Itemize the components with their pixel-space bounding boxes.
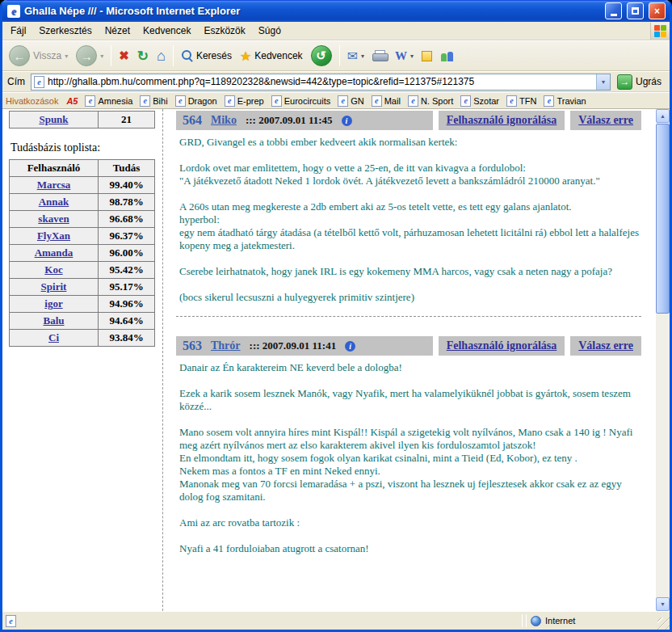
discuss-button[interactable] xyxy=(418,49,435,63)
refresh-button[interactable]: ↻ xyxy=(134,46,152,66)
post-author-link[interactable]: Miko xyxy=(211,114,237,127)
ie-page-icon xyxy=(140,95,150,107)
vertical-scrollbar[interactable]: ▲ ▼ xyxy=(656,109,670,611)
table-row: Annak98.78% xyxy=(10,194,155,211)
sidebar-user-link[interactable]: Marcsa xyxy=(37,179,71,191)
status-divider xyxy=(522,614,523,627)
sidebar-user-link[interactable]: skaven xyxy=(38,213,69,225)
sidebar-user-link[interactable]: Balu xyxy=(43,314,64,327)
status-divider xyxy=(526,614,527,627)
minimize-button[interactable] xyxy=(605,2,622,19)
address-dropdown-button[interactable]: ▼ xyxy=(596,74,610,90)
maximize-button[interactable] xyxy=(627,2,644,19)
maximize-icon xyxy=(632,7,639,15)
messenger-button[interactable] xyxy=(437,48,457,63)
info-icon[interactable] xyxy=(345,341,355,352)
search-button[interactable]: Keresés xyxy=(178,48,235,64)
post-header: 564 Miko ::: 2007.09.01 11:45 Felhasznál… xyxy=(176,111,641,130)
forum-thread: 564 Miko ::: 2007.09.01 11:45 Felhasznál… xyxy=(163,109,656,611)
table-row: Spirit95.17% xyxy=(10,279,155,296)
link-item[interactable]: Travian xyxy=(541,95,588,107)
scroll-down-button[interactable]: ▼ xyxy=(656,597,670,611)
menu-tools[interactable]: Eszközök xyxy=(197,23,251,39)
sidebar-user-link[interactable]: igor xyxy=(44,297,62,310)
link-item[interactable]: GN xyxy=(335,95,367,107)
go-button[interactable]: → Ugrás xyxy=(615,74,666,91)
menu-favorites[interactable]: Kedvencek xyxy=(136,23,197,39)
scroll-up-button[interactable]: ▲ xyxy=(656,109,670,123)
menu-help[interactable]: Súgó xyxy=(252,23,288,39)
link-item[interactable]: Szotar xyxy=(458,95,502,107)
post-body: Danair az Én karaktereim NE keverd bele … xyxy=(176,356,641,555)
post-datetime: ::: 2007.09.01 11:45 xyxy=(246,114,333,127)
link-item[interactable]: Mail xyxy=(369,95,403,107)
link-item[interactable]: TFN xyxy=(504,95,539,107)
post-author-link[interactable]: Thrór xyxy=(211,339,241,352)
home-button[interactable]: ⌂ xyxy=(153,46,169,66)
table-row: Ci93.84% xyxy=(10,330,155,347)
ie-page-icon xyxy=(408,95,418,107)
sidebar-user-link[interactable]: Spirit xyxy=(41,280,67,293)
post-number: 563 xyxy=(183,339,202,353)
resize-grip[interactable] xyxy=(657,617,670,630)
knowledge-value: 98.78% xyxy=(109,196,143,208)
forward-dropdown-icon: ▾ xyxy=(100,53,103,60)
close-button[interactable]: × xyxy=(649,2,666,19)
scrollbar-track[interactable] xyxy=(656,123,670,597)
window-title: Ghalla Népe /// - Microsoft Internet Exp… xyxy=(24,5,600,17)
post-header: 563 Thrór ::: 2007.09.01 11:41 Felhaszná… xyxy=(176,336,641,356)
arrow-up-icon: ▲ xyxy=(660,113,666,119)
ie-page-icon xyxy=(225,95,235,107)
messenger-icon xyxy=(440,50,454,61)
address-input[interactable]: http://ghalla.pbm.hu/comment.php?q=11892… xyxy=(31,74,611,91)
menu-edit[interactable]: Szerkesztés xyxy=(32,23,98,39)
ignore-user-link[interactable]: Felhasználó ignorálása xyxy=(439,111,565,130)
link-item[interactable]: E-prep xyxy=(222,95,267,107)
knowledge-value: 95.17% xyxy=(109,280,143,293)
history-button[interactable]: ↺ xyxy=(308,44,335,68)
reply-link[interactable]: Válasz erre xyxy=(570,111,641,130)
link-item[interactable]: Eurocircuits xyxy=(269,95,333,107)
ie-page-icon xyxy=(85,95,95,107)
edit-button[interactable]: W ▾ xyxy=(392,48,417,65)
link-item[interactable]: Amnesia xyxy=(82,95,135,107)
ie-page-icon xyxy=(271,95,282,107)
spunk-value: 21 xyxy=(121,113,132,125)
chevron-down-icon: ▼ xyxy=(601,79,607,85)
forward-button[interactable]: → ▾ xyxy=(73,44,107,68)
security-zone-pane: Internet xyxy=(528,614,657,628)
table-row: skaven96.68% xyxy=(10,211,155,228)
knowledge-value: 95.42% xyxy=(109,263,143,276)
sidebar-user-link[interactable]: Annak xyxy=(39,196,69,208)
title-bar[interactable]: e Ghalla Népe /// - Microsoft Internet E… xyxy=(2,0,670,22)
link-item-a5[interactable]: A5 xyxy=(64,95,80,107)
reply-link[interactable]: Válasz erre xyxy=(570,336,641,356)
menu-file[interactable]: Fájl xyxy=(4,23,32,39)
link-item[interactable]: Dragon xyxy=(173,95,220,107)
menu-view[interactable]: Nézet xyxy=(99,23,136,39)
go-arrow-icon: → xyxy=(617,74,632,90)
table-row: Balu94.64% xyxy=(10,313,155,330)
toplist-table: Felhasználó Tudás Marcsa99.40% Annak98.7… xyxy=(9,159,155,347)
stop-button[interactable]: ✖ xyxy=(116,47,132,65)
ignore-user-link[interactable]: Felhasználó ignorálása xyxy=(439,336,565,356)
ie-page-icon xyxy=(460,95,471,107)
status-message-pane xyxy=(6,614,520,628)
address-url[interactable]: http://ghalla.pbm.hu/comment.php?q=11892… xyxy=(48,76,593,87)
scrollbar-thumb[interactable] xyxy=(656,124,670,314)
ie-page-icon xyxy=(372,95,382,107)
back-button[interactable]: ← Vissza ▾ xyxy=(6,44,71,68)
favorites-button[interactable]: ★ Kedvencek xyxy=(237,47,306,65)
sidebar-user-link[interactable]: Koc xyxy=(44,263,62,276)
link-item[interactable]: Bihi xyxy=(137,95,170,107)
sidebar-user-link[interactable]: Ci xyxy=(48,331,59,343)
close-icon: × xyxy=(654,6,660,17)
forum-post: 563 Thrór ::: 2007.09.01 11:41 Felhaszná… xyxy=(176,336,641,555)
print-button[interactable] xyxy=(369,48,390,63)
link-item[interactable]: N. Sport xyxy=(405,95,456,107)
sidebar-user-link[interactable]: FlyXan xyxy=(37,230,70,242)
mail-button[interactable]: ✉ ▾ xyxy=(344,47,368,65)
sidebar-user-link[interactable]: Amanda xyxy=(35,246,74,259)
sidebar-link-spunk[interactable]: Spunk xyxy=(39,113,68,125)
info-icon[interactable] xyxy=(342,116,352,126)
